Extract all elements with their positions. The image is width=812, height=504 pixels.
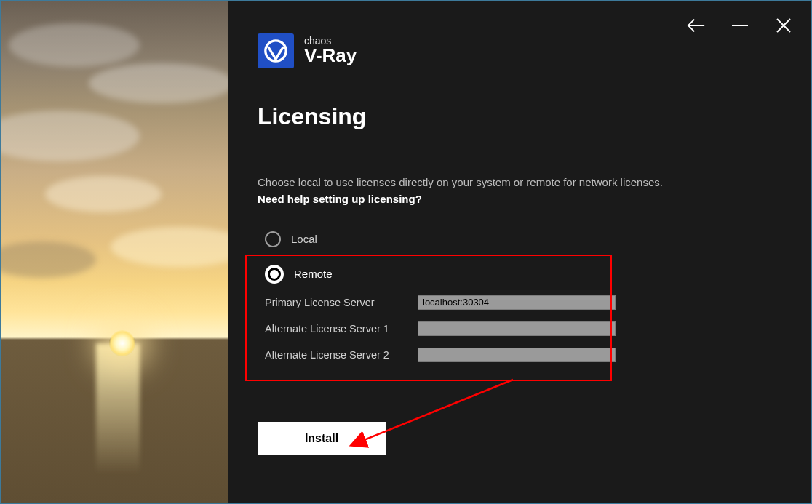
radio-icon [265, 231, 281, 247]
arrow-left-icon [687, 17, 706, 34]
side-image [1, 1, 228, 503]
window-controls [687, 16, 793, 35]
alt1-server-row: Alternate License Server 1 [265, 321, 811, 336]
radio-icon-selected [265, 265, 284, 284]
primary-server-label: Primary License Server [265, 297, 402, 308]
installer-window: chaos V-Ray Licensing Choose local to us… [0, 0, 812, 504]
primary-server-row: Primary License Server [265, 295, 811, 310]
minimize-icon [732, 25, 748, 26]
primary-server-input[interactable] [418, 295, 616, 310]
radio-local-label: Local [291, 233, 317, 245]
content-pane: chaos V-Ray Licensing Choose local to us… [228, 1, 811, 503]
radio-remote[interactable]: Remote [265, 265, 811, 284]
minimize-button[interactable] [731, 16, 749, 35]
brand-logo-text: chaos V-Ray [304, 36, 357, 65]
alt2-server-label: Alternate License Server 2 [265, 349, 402, 361]
vray-icon [263, 39, 288, 63]
close-icon [776, 17, 792, 33]
install-button-label: Install [305, 432, 338, 445]
radio-local[interactable]: Local [265, 231, 811, 247]
radio-remote-label: Remote [294, 268, 333, 280]
help-description: Choose local to use licenses directly on… [258, 176, 663, 188]
help-link[interactable]: Need help setting up licensing? [258, 191, 811, 207]
close-button[interactable] [774, 16, 793, 35]
alt1-server-label: Alternate License Server 1 [265, 323, 402, 335]
brand-logo: chaos V-Ray [258, 33, 811, 68]
brand-big: V-Ray [304, 46, 357, 65]
alt2-server-row: Alternate License Server 2 [265, 348, 811, 362]
back-button[interactable] [687, 16, 706, 35]
help-block: Choose local to use licenses directly on… [258, 174, 811, 208]
brand-logo-mark [258, 33, 294, 68]
page-title: Licensing [258, 103, 811, 130]
alt2-server-input[interactable] [418, 348, 616, 362]
install-button[interactable]: Install [258, 422, 386, 455]
alt1-server-input[interactable] [418, 321, 616, 336]
